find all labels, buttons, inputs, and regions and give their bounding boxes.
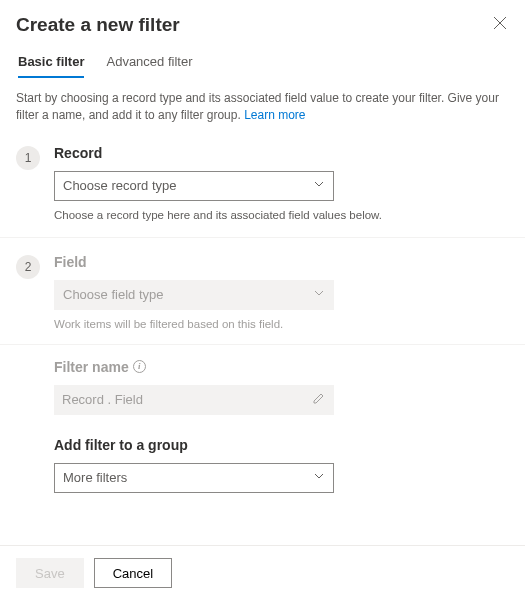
group-label: Add filter to a group	[54, 437, 509, 453]
filter-name-placeholder: Record . Field	[62, 392, 143, 407]
info-icon[interactable]: i	[133, 360, 146, 373]
chevron-down-icon	[313, 178, 325, 193]
close-button[interactable]	[491, 14, 509, 35]
close-icon	[493, 16, 507, 33]
step-filter-name: Filter name i Record . Field	[0, 359, 525, 415]
step-field: 2 Field Choose field type Work items wil…	[0, 254, 525, 330]
chevron-down-icon	[313, 470, 325, 485]
group-select[interactable]: More filters	[54, 463, 334, 493]
intro-text: Start by choosing a record type and its …	[0, 78, 525, 125]
filter-name-label-text: Filter name	[54, 359, 129, 375]
field-type-select: Choose field type	[54, 280, 334, 310]
step-record: 1 Record Choose record type Choose a rec…	[0, 145, 525, 221]
group-select-value: More filters	[63, 470, 127, 485]
record-type-select[interactable]: Choose record type	[54, 171, 334, 201]
save-button: Save	[16, 558, 84, 588]
record-type-placeholder: Choose record type	[63, 178, 176, 193]
step-number-1: 1	[16, 146, 40, 170]
tab-advanced-filter[interactable]: Advanced filter	[106, 54, 192, 78]
tab-list: Basic filter Advanced filter	[0, 54, 525, 78]
filter-name-input: Record . Field	[54, 385, 334, 415]
field-helper-text: Work items will be filtered based on thi…	[54, 318, 509, 330]
filter-name-label: Filter name i	[54, 359, 509, 375]
cancel-button[interactable]: Cancel	[94, 558, 172, 588]
record-label: Record	[54, 145, 509, 161]
record-helper-text: Choose a record type here and its associ…	[54, 209, 509, 221]
learn-more-link[interactable]: Learn more	[244, 108, 305, 122]
field-label: Field	[54, 254, 509, 270]
footer: Save Cancel	[0, 545, 525, 600]
step-number-2: 2	[16, 255, 40, 279]
chevron-down-icon	[313, 287, 325, 302]
tab-basic-filter[interactable]: Basic filter	[18, 54, 84, 78]
edit-icon	[312, 391, 326, 408]
field-type-placeholder: Choose field type	[63, 287, 163, 302]
dialog-title: Create a new filter	[16, 14, 180, 36]
step-group: Add filter to a group More filters	[0, 437, 525, 493]
